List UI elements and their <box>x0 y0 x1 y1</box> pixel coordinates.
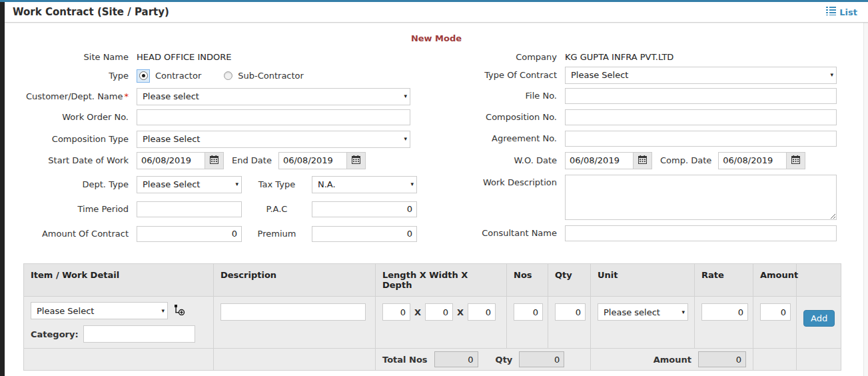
list-button[interactable]: List <box>826 7 857 17</box>
wo-comp-date-row: W.O. Date Comp. Date <box>465 152 839 169</box>
radio-sub-contractor-label: Sub-Contractor <box>238 71 304 81</box>
wo-date-label: W.O. Date <box>465 155 565 166</box>
item-work-detail-cell: Please Select ▾ Category: <box>24 297 214 349</box>
dates-row: Start Date of Work End Date <box>20 152 417 169</box>
form-right-column: Company KG GUPTA INFRA PVT.LTD Type Of C… <box>465 52 839 241</box>
comp-date-label: Comp. Date <box>660 155 711 165</box>
end-date-input[interactable] <box>278 152 347 169</box>
start-date-input[interactable] <box>137 152 205 169</box>
description-cell <box>214 297 376 349</box>
wo-date-calendar-button[interactable] <box>633 152 652 169</box>
list-button-label: List <box>839 7 857 17</box>
radio-sub-contractor[interactable]: Sub-Contractor <box>224 71 304 81</box>
wo-date-input[interactable] <box>565 152 634 169</box>
company-value: KG GUPTA INFRA PVT.LTD <box>565 52 673 62</box>
composition-no-input[interactable] <box>565 109 837 125</box>
work-description-label: Work Description <box>465 175 565 188</box>
mode-banner: New Mode <box>5 33 868 43</box>
work-description-textarea[interactable] <box>565 175 837 220</box>
qty-input[interactable] <box>555 303 586 321</box>
calendar-icon <box>352 155 360 166</box>
site-name-label: Site Name <box>20 52 137 63</box>
chevron-down-icon: ▾ <box>161 308 165 314</box>
calendar-icon <box>638 155 647 166</box>
amount-of-contract-input[interactable] <box>137 226 242 242</box>
item-tree-add-button[interactable] <box>174 305 185 317</box>
pac-input[interactable] <box>312 201 417 217</box>
chevron-down-icon: ▾ <box>235 181 238 187</box>
rate-input[interactable] <box>701 303 748 321</box>
item-select[interactable]: Please Select ▾ <box>31 302 168 319</box>
customer-select-value: Please select <box>143 91 199 101</box>
consultant-row: Consultant Name <box>465 225 839 241</box>
tax-type-select[interactable]: N.A. ▾ <box>312 176 417 193</box>
footer-totals-cell: Total Nos Qty <box>376 349 591 371</box>
consultant-name-input[interactable] <box>565 225 837 241</box>
col-description: Description <box>214 264 376 297</box>
footer-empty-action <box>797 349 841 371</box>
depth-input[interactable] <box>468 303 496 321</box>
category-input[interactable] <box>83 325 195 343</box>
consultant-name-label: Consultant Name <box>465 228 565 239</box>
rate-cell <box>695 297 753 349</box>
items-table-header-row: Item / Work Detail Description Length X … <box>24 264 841 297</box>
collapsed-sidebar[interactable] <box>0 2 5 376</box>
company-label: Company <box>465 52 565 63</box>
unit-select[interactable]: Please select ▾ <box>598 303 688 321</box>
chevron-down-icon: ▾ <box>404 93 407 99</box>
col-qty: Qty <box>548 264 591 297</box>
dimension-x-separator: X <box>414 307 421 317</box>
comp-date-calendar-button[interactable] <box>786 152 805 169</box>
file-no-input[interactable] <box>565 88 837 104</box>
dept-type-select[interactable]: Please Select ▾ <box>137 176 242 193</box>
top-accent-bar <box>0 0 868 2</box>
total-nos-value <box>434 351 478 367</box>
chevron-down-icon: ▾ <box>404 136 407 142</box>
type-of-contract-select[interactable]: Please Select ▾ <box>565 67 837 84</box>
col-dimensions: Length X Width X Depth <box>376 264 507 297</box>
customer-label: Customer/Dept. Name* <box>20 91 137 102</box>
chevron-down-icon: ▾ <box>681 309 685 315</box>
start-date-calendar-button[interactable] <box>205 152 224 169</box>
calendar-icon <box>791 155 800 166</box>
chevron-down-icon: ▾ <box>830 72 833 78</box>
type-row: Type Contractor Sub-Contractor <box>20 69 417 83</box>
time-pac-row: Time Period P.A.C <box>20 201 417 217</box>
amount-input[interactable] <box>760 303 791 321</box>
add-button[interactable]: Add <box>803 310 835 327</box>
radio-sub-contractor-circle[interactable] <box>224 71 232 80</box>
start-date-label: Start Date of Work <box>20 155 137 166</box>
width-input[interactable] <box>425 303 453 321</box>
composition-type-select[interactable]: Please Select ▾ <box>137 131 410 148</box>
add-cell: Add <box>797 297 841 349</box>
work-contract-page: Work Contract (Site / Party) List New Mo… <box>0 0 868 376</box>
nos-input[interactable] <box>514 303 543 321</box>
total-qty-value <box>519 351 564 367</box>
list-icon <box>826 7 836 17</box>
total-nos-label: Total Nos <box>382 355 428 365</box>
end-date-calendar-button[interactable] <box>346 152 366 169</box>
premium-label: Premium <box>242 229 312 239</box>
premium-input[interactable] <box>312 226 417 242</box>
comp-date-input[interactable] <box>718 152 787 169</box>
radio-contractor-circle[interactable] <box>139 71 148 80</box>
description-input[interactable] <box>220 303 366 321</box>
calendar-icon <box>210 155 218 166</box>
work-order-input[interactable] <box>137 109 410 125</box>
items-table-footer-row: Total Nos Qty Amount <box>24 349 841 371</box>
work-order-row: Work Order No. <box>20 109 417 125</box>
time-period-input[interactable] <box>137 201 242 217</box>
footer-empty-description <box>214 349 376 371</box>
page-title: Work Contract (Site / Party) <box>13 6 169 18</box>
col-item-work-detail: Item / Work Detail <box>24 264 214 297</box>
length-input[interactable] <box>382 303 410 321</box>
composition-no-row: Composition No. <box>465 109 839 125</box>
required-marker: * <box>125 91 129 101</box>
unit-select-value: Please select <box>604 307 660 317</box>
radio-contractor[interactable]: Contractor <box>137 69 201 83</box>
dept-type-select-value: Please Select <box>143 179 200 189</box>
agreement-no-input[interactable] <box>565 131 837 147</box>
customer-select[interactable]: Please select ▾ <box>137 88 410 105</box>
agreement-no-row: Agreement No. <box>465 131 839 147</box>
total-qty-label: Qty <box>496 355 513 365</box>
